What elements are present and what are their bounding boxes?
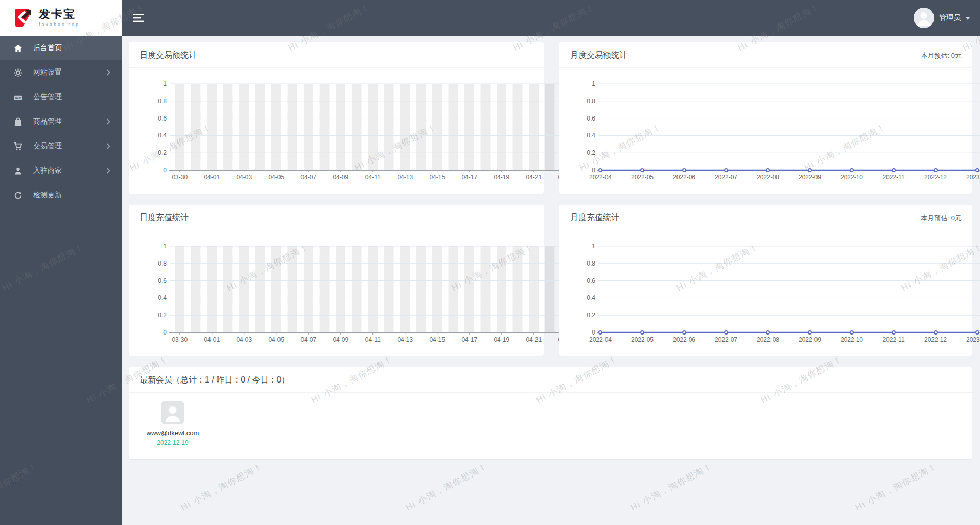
svg-text:0.8: 0.8 — [158, 98, 167, 105]
svg-text:0.4: 0.4 — [158, 132, 167, 139]
svg-text:04-03: 04-03 — [236, 336, 252, 343]
svg-text:0.6: 0.6 — [587, 115, 595, 122]
svg-text:0.4: 0.4 — [587, 132, 595, 139]
panel-title: 月度交易额统计 — [570, 50, 627, 61]
chart-row-trade: 日度交易额统计 00.20.40.60.8103-3004-0104-0304-… — [129, 42, 972, 194]
sidebar-item-site-settings[interactable]: 网站设置 — [0, 60, 122, 85]
logo[interactable]: 发卡宝 fakabao.top — [0, 0, 122, 36]
refresh-icon — [14, 191, 22, 200]
svg-text:04-17: 04-17 — [461, 336, 477, 343]
daily-recharge-chart: 00.20.40.60.8103-3004-0104-0304-0504-070… — [129, 233, 567, 347]
sidebar-item-transactions[interactable]: 交易管理 — [0, 134, 122, 158]
sidebar-item-label: 网站设置 — [33, 68, 62, 77]
caret-down-icon — [966, 17, 970, 20]
svg-text:04-11: 04-11 — [365, 174, 381, 181]
svg-text:2022-09: 2022-09 — [799, 174, 821, 181]
logo-icon — [12, 7, 34, 29]
svg-text:0.2: 0.2 — [158, 312, 167, 319]
member-register-date: 2022-12-19 — [157, 439, 188, 446]
monthly-recharge-chart: 00.20.40.60.812022-042022-052022-062022-… — [559, 233, 980, 347]
sidebar-item-check-updates[interactable]: 检测更新 — [0, 183, 122, 207]
svg-text:04-09: 04-09 — [333, 336, 348, 343]
sidebar-item-label: 后台首页 — [33, 43, 62, 53]
svg-text:1: 1 — [592, 243, 595, 250]
svg-text:0.8: 0.8 — [587, 260, 595, 267]
chart-row-recharge: 日度充值统计 00.20.40.60.8103-3004-0104-0304-0… — [129, 205, 972, 356]
month-estimate: 本月预估: 0元 — [921, 51, 962, 60]
svg-text:03-30: 03-30 — [172, 174, 188, 181]
svg-text:04-21: 04-21 — [526, 174, 542, 181]
daily-trade-chart: 00.20.40.60.8103-3004-0104-0304-0504-070… — [129, 71, 567, 184]
svg-text:2022-10: 2022-10 — [841, 174, 863, 181]
topbar: 管理员 — [122, 0, 980, 36]
svg-text:2022-06: 2022-06 — [673, 174, 695, 181]
svg-text:2022-11: 2022-11 — [882, 174, 904, 181]
svg-text:1: 1 — [163, 243, 167, 250]
svg-text:04-01: 04-01 — [204, 174, 220, 181]
svg-text:04-05: 04-05 — [268, 174, 284, 181]
sidebar-menu: 后台首页 网站设置 — [0, 36, 122, 207]
svg-text:04-09: 04-09 — [333, 174, 348, 181]
svg-text:2022-06: 2022-06 — [673, 336, 695, 343]
members-title: 最新会员（总计：1 / 昨日：0 / 今日：0） — [139, 375, 289, 386]
sidebar-item-dashboard[interactable]: 后台首页 — [0, 36, 122, 60]
menu-toggle-button[interactable] — [131, 12, 146, 25]
app-root: 发卡宝 fakabao.top 后台首页 — [0, 0, 980, 525]
svg-text:04-05: 04-05 — [268, 336, 284, 343]
svg-text:2022-09: 2022-09 — [799, 336, 821, 343]
svg-text:0.6: 0.6 — [158, 277, 167, 284]
svg-text:0: 0 — [592, 329, 595, 336]
svg-text:2022-08: 2022-08 — [757, 336, 779, 343]
svg-text:0.4: 0.4 — [587, 294, 595, 301]
home-icon — [14, 44, 22, 53]
svg-text:2023-01: 2023-01 — [966, 174, 980, 181]
svg-text:2022-04: 2022-04 — [589, 336, 612, 343]
panel-daily-trade: 日度交易额统计 00.20.40.60.8103-3004-0104-0304-… — [129, 42, 544, 194]
sidebar-item-products[interactable]: 商品管理 — [0, 109, 122, 134]
bag-icon — [14, 117, 22, 126]
svg-text:04-15: 04-15 — [429, 336, 445, 343]
main-column: 管理员 日度交易额统计 00.20.40.60.8103-3004-0104-0… — [122, 0, 980, 525]
svg-text:2022-11: 2022-11 — [882, 336, 904, 343]
svg-text:0: 0 — [163, 329, 167, 336]
svg-text:04-17: 04-17 — [461, 174, 477, 181]
member-avatar-icon — [161, 401, 184, 424]
svg-text:1: 1 — [163, 80, 167, 87]
svg-text:0: 0 — [592, 166, 595, 174]
svg-text:2022-05: 2022-05 — [631, 174, 654, 181]
panel-title: 日度充值统计 — [139, 212, 189, 223]
svg-text:0.2: 0.2 — [158, 149, 167, 156]
svg-text:2022-04: 2022-04 — [589, 174, 612, 181]
sidebar-item-label: 检测更新 — [33, 190, 62, 200]
user-menu[interactable]: 管理员 — [914, 8, 970, 28]
sidebar-item-label: 商品管理 — [33, 117, 62, 126]
member-card[interactable]: www@dkewl.com 2022-12-19 — [142, 401, 203, 446]
svg-text:0.8: 0.8 — [158, 260, 167, 267]
svg-text:04-07: 04-07 — [300, 174, 316, 181]
sidebar-item-label: 交易管理 — [33, 141, 62, 151]
chevron-right-icon — [106, 118, 110, 125]
svg-text:2022-07: 2022-07 — [715, 336, 737, 343]
sidebar-item-announcements[interactable]: NEW 公告管理 — [0, 85, 122, 109]
svg-text:0.8: 0.8 — [587, 98, 595, 105]
sidebar-item-label: 公告管理 — [33, 92, 62, 102]
sidebar-item-merchants[interactable]: 入驻商家 — [0, 158, 122, 183]
svg-text:0.6: 0.6 — [587, 277, 595, 284]
svg-text:04-15: 04-15 — [429, 174, 445, 181]
svg-text:0.6: 0.6 — [158, 115, 167, 122]
svg-text:2022-05: 2022-05 — [631, 336, 654, 343]
panel-title: 日度交易额统计 — [139, 50, 197, 61]
panel-title: 月度充值统计 — [570, 212, 619, 223]
svg-text:04-11: 04-11 — [365, 336, 381, 343]
svg-text:04-21: 04-21 — [526, 336, 542, 343]
sidebar-item-label: 入驻商家 — [33, 166, 62, 175]
user-name: 管理员 — [939, 13, 961, 22]
chevron-right-icon — [106, 143, 110, 149]
svg-text:04-03: 04-03 — [236, 174, 252, 181]
user-avatar — [914, 8, 934, 28]
month-estimate: 本月预估: 0元 — [921, 213, 962, 223]
monthly-trade-chart: 00.20.40.60.812022-042022-052022-062022-… — [559, 71, 980, 184]
svg-text:0.2: 0.2 — [587, 149, 595, 156]
svg-text:2022-07: 2022-07 — [715, 174, 737, 181]
svg-text:04-01: 04-01 — [204, 336, 220, 343]
